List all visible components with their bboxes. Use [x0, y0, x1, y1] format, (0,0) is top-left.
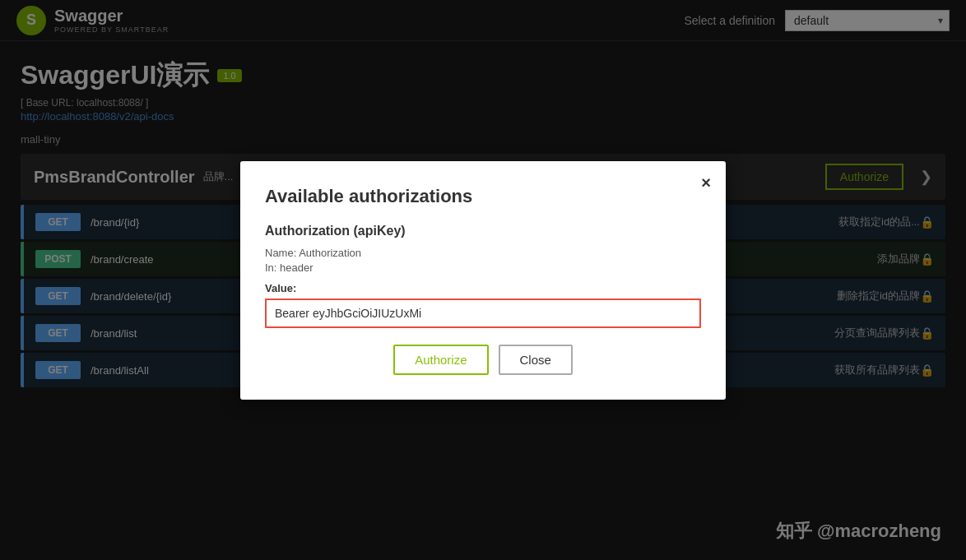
modal-actions: Authorize Close: [265, 345, 701, 375]
modal-overlay: × Available authorizations Authorization…: [0, 0, 966, 560]
modal-close-action-button[interactable]: Close: [499, 345, 573, 375]
authorization-modal: × Available authorizations Authorization…: [240, 161, 726, 400]
modal-title: Available authorizations: [265, 186, 701, 207]
auth-section: Authorization (apiKey) Name: Authorizati…: [265, 224, 701, 328]
value-label: Value:: [265, 282, 701, 294]
auth-in-meta: In: header: [265, 261, 701, 274]
auth-section-title: Authorization (apiKey): [265, 224, 701, 238]
auth-name-meta: Name: Authorization: [265, 247, 701, 259]
modal-close-button[interactable]: ×: [701, 174, 711, 192]
value-input[interactable]: [265, 299, 701, 328]
authorize-submit-button[interactable]: Authorize: [393, 345, 488, 375]
